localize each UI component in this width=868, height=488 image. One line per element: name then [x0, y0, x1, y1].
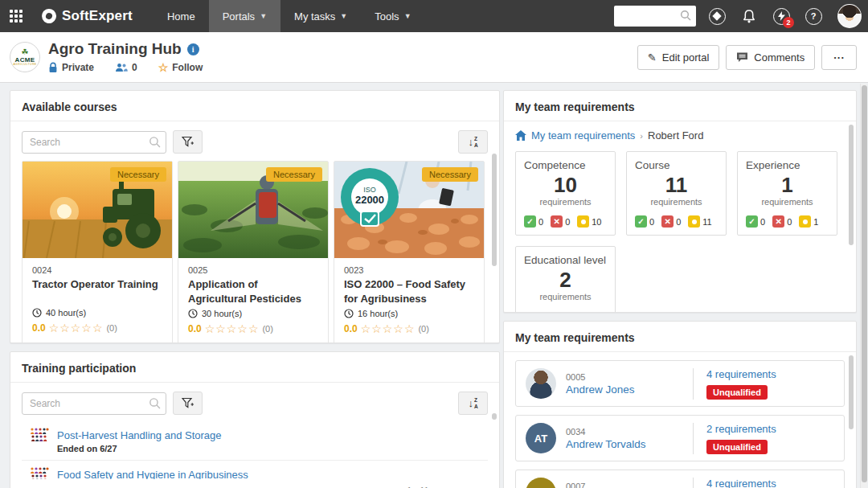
- person-code: 0034: [566, 427, 646, 437]
- panel-title: My team requirements: [504, 100, 856, 121]
- course-card-tractor[interactable]: Necessary 0024 Tractor Operator Training…: [22, 161, 173, 343]
- course-code: 0025: [188, 265, 318, 275]
- course-rating: 0.0 ☆☆☆☆☆ (0): [32, 322, 162, 334]
- pencil-icon: ✎: [648, 51, 657, 64]
- course-card-iso22000[interactable]: ISO 22000 Necessary 0023 ISO 22000 – Foo…: [334, 161, 485, 343]
- nav-item-tools[interactable]: Tools▼: [361, 0, 424, 32]
- filter-icon: [182, 136, 194, 148]
- training-list: Post-Harvest Handling and Storage Ended …: [22, 421, 488, 479]
- person-requirements-link[interactable]: 2 requirements: [706, 423, 834, 435]
- pending-icon: [688, 215, 700, 228]
- training-link[interactable]: Post-Harvest Handling and Storage: [57, 429, 222, 441]
- panel-title: Available courses: [10, 100, 499, 121]
- pending-icon: [799, 215, 811, 228]
- page-title: Agro Training Hub: [48, 40, 182, 58]
- lock-icon: [48, 62, 58, 73]
- training-search-input[interactable]: [22, 392, 166, 415]
- clock-icon: [188, 309, 198, 318]
- content-area: Available courses ↓ ZA: [0, 84, 868, 488]
- course-title: Tractor Operator Training: [32, 277, 162, 305]
- updates-button[interactable]: 2: [765, 0, 797, 32]
- courses-scrollbar-thumb[interactable]: [492, 154, 497, 266]
- brand-logo[interactable]: SoftExpert: [42, 8, 133, 24]
- chevron-down-icon: ▼: [404, 12, 411, 20]
- edit-portal-button[interactable]: ✎ Edit portal: [637, 45, 719, 70]
- page-next-icon[interactable]: ›: [474, 484, 478, 488]
- page-scrollbar-thumb[interactable]: [862, 85, 867, 482]
- training-item[interactable]: Food Safety and Hygiene in Agribusiness …: [22, 461, 488, 479]
- star-icons: ☆☆☆☆☆: [361, 322, 416, 335]
- req-card-course[interactable]: Course 11 requirements ✓0 ✕0 11: [626, 151, 727, 236]
- info-icon[interactable]: i: [187, 43, 199, 55]
- person-requirements-link[interactable]: 4 requirements: [706, 368, 834, 380]
- question-icon: ?: [805, 8, 822, 25]
- req-card-experience[interactable]: Experience 1 requirements ✓0 ✕0 1: [737, 151, 837, 236]
- filter-icon: [182, 397, 194, 409]
- app-grid-button[interactable]: [0, 0, 32, 32]
- navbar-icons: 2 ?: [701, 0, 829, 32]
- chevron-right-icon: ›: [640, 131, 643, 141]
- explore-button[interactable]: [701, 0, 733, 32]
- check-icon: ✓: [635, 215, 647, 228]
- person-name-link[interactable]: Andrew Torvalds: [566, 438, 646, 450]
- sort-button[interactable]: ↓ ZA: [458, 392, 488, 415]
- requirements-scrollbar-thumb[interactable]: [849, 125, 854, 245]
- comments-button[interactable]: Comments: [726, 45, 815, 70]
- search-icon: [680, 10, 691, 21]
- person-row[interactable]: AT 0034 Andrew Torvalds 2 requirements U…: [515, 415, 845, 461]
- clock-icon: [32, 308, 42, 318]
- avatar-photo: [838, 5, 861, 27]
- filter-button[interactable]: [173, 392, 203, 415]
- nav-item-portals[interactable]: Portals▼: [209, 0, 280, 32]
- panel-title: Training participation: [10, 362, 499, 383]
- course-hours: 30 hour(s): [202, 309, 242, 318]
- courses-search-input[interactable]: [22, 131, 166, 154]
- more-options-button[interactable]: ...: [821, 45, 857, 70]
- page-prev-icon[interactable]: ‹: [450, 484, 454, 488]
- search-icon: [149, 397, 161, 409]
- page-scrollbar[interactable]: [860, 84, 867, 488]
- person-code: 0007: [566, 482, 622, 488]
- necessary-badge: Necessary: [110, 167, 166, 182]
- necessary-badge: Necessary: [266, 167, 322, 182]
- filter-button[interactable]: [173, 130, 203, 154]
- compass-icon: [709, 8, 726, 25]
- follow-button[interactable]: ☆ Follow: [158, 61, 203, 74]
- training-scrollbar-thumb[interactable]: [492, 413, 497, 420]
- pagination: 1 - 11 ‹ ›: [22, 484, 488, 488]
- notifications-button[interactable]: [733, 0, 765, 32]
- person-row[interactable]: BO 0007 Carl Jordan 4 requirements Unqua…: [515, 470, 845, 488]
- training-link[interactable]: Food Safety and Hygiene in Agribusiness: [57, 469, 248, 479]
- course-card-pesticides[interactable]: Necessary 0025 Application of Agricultur…: [178, 161, 329, 343]
- leaf-icon: ☘: [22, 48, 29, 56]
- star-icons: ☆☆☆☆☆: [205, 322, 260, 335]
- course-hours: 40 hour(s): [46, 308, 86, 318]
- person-name-link[interactable]: Andrew Jones: [566, 383, 635, 396]
- comment-icon: [736, 51, 748, 63]
- req-card-competence[interactable]: Competence 10 requirements ✓0 ✕0 10: [515, 151, 616, 236]
- training-item[interactable]: Post-Harvest Handling and Storage Ended …: [22, 421, 488, 461]
- panel-title: My team requirements: [504, 331, 856, 352]
- person-requirements-link[interactable]: 4 requirements: [706, 478, 834, 488]
- nav-item-my-tasks[interactable]: My tasks▼: [280, 0, 361, 32]
- people-scrollbar-thumb[interactable]: [849, 355, 854, 429]
- sort-button[interactable]: ↓ ZA: [458, 130, 488, 154]
- nav-item-home[interactable]: Home: [154, 0, 209, 32]
- person-row[interactable]: 0005 Andrew Jones 4 requirements Unquali…: [515, 360, 845, 407]
- clock-icon: [344, 309, 354, 318]
- req-card-educational-level[interactable]: Educational level 2 requirements: [515, 246, 616, 313]
- chevron-down-icon: ▼: [340, 12, 347, 20]
- help-button[interactable]: ?: [797, 0, 829, 32]
- course-image: Necessary: [178, 162, 328, 258]
- team-list-panel: My team requirements 0005 Andrew Jones 4…: [503, 321, 857, 488]
- breadcrumb-root-link[interactable]: My team requirements: [531, 129, 635, 141]
- global-search: [614, 6, 696, 27]
- user-avatar[interactable]: [837, 4, 862, 28]
- iso-badge-art: ISO 22000: [341, 168, 399, 226]
- bell-icon: [742, 9, 756, 24]
- group-icon: [30, 467, 49, 479]
- top-navbar: SoftExpert Home Portals▼ My tasks▼ Tools…: [0, 0, 868, 32]
- people-list: 0005 Andrew Jones 4 requirements Unquali…: [515, 360, 845, 488]
- home-icon: [515, 130, 526, 141]
- course-rating: 0.0 ☆☆☆☆☆ (0): [188, 322, 318, 335]
